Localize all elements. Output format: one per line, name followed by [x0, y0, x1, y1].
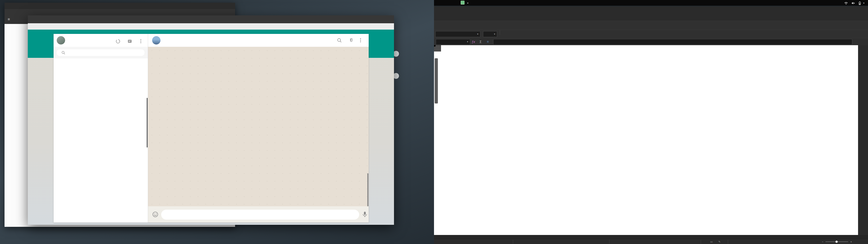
- search-icon[interactable]: [337, 38, 342, 43]
- name-box[interactable]: ▼: [436, 39, 470, 45]
- zoom-out-button[interactable]: −: [822, 239, 824, 244]
- new-chat-icon[interactable]: [127, 39, 132, 44]
- function-wizard-icon[interactable]: ƒx: [471, 39, 476, 44]
- status-bar: ▭ ✎ − +: [434, 239, 868, 244]
- libreoffice-window: ▼ ▼ ▼ ƒx Σ =: [434, 6, 868, 244]
- chevron-down-icon: ▼: [467, 2, 469, 4]
- attach-icon[interactable]: [349, 38, 354, 43]
- conversation-header[interactable]: [148, 34, 369, 47]
- search-section: [54, 47, 148, 58]
- chevron-down-icon: ▼: [477, 31, 479, 37]
- whatsapp-menubar: [28, 23, 394, 30]
- conversation-wallpaper: [148, 47, 369, 206]
- zoom-in-button[interactable]: +: [850, 239, 852, 244]
- spreadsheet-grid: [434, 45, 858, 235]
- sum-icon[interactable]: Σ: [478, 39, 483, 44]
- chevron-down-icon: ▼: [863, 2, 865, 4]
- emoji-icon[interactable]: [152, 211, 158, 218]
- whatsapp-panel: [54, 34, 369, 222]
- wifi-icon: [844, 2, 848, 5]
- battery-icon: [858, 1, 861, 5]
- zoom-slider[interactable]: [826, 242, 848, 242]
- chat-list-header: [54, 34, 148, 47]
- chat-list: [54, 58, 148, 222]
- fill-handle[interactable]: [434, 45, 435, 47]
- status-icon[interactable]: [116, 39, 121, 44]
- formula-input[interactable]: [493, 39, 852, 45]
- signature-icon[interactable]: ✎: [718, 239, 721, 244]
- chat-list-scrollbar[interactable]: [147, 98, 148, 148]
- menu-icon[interactable]: ≡: [8, 17, 10, 22]
- conversation-pane: [148, 34, 369, 222]
- search-input[interactable]: [56, 49, 145, 56]
- standard-toolbar: [434, 21, 868, 30]
- message-input-bar: [148, 206, 369, 222]
- menu-kebab-icon[interactable]: [360, 37, 361, 43]
- system-tray[interactable]: ▼: [842, 0, 865, 6]
- chevron-down-icon: ▼: [494, 31, 496, 37]
- equals-icon[interactable]: =: [485, 39, 491, 44]
- mic-icon[interactable]: [362, 211, 368, 218]
- volume-muted-icon: [851, 2, 855, 5]
- avatar[interactable]: [57, 36, 65, 44]
- libreoffice-titlebar[interactable]: [434, 6, 868, 14]
- sheet-tab-bar: [434, 235, 868, 239]
- formula-bar: ▼ ƒx Σ =: [434, 38, 868, 45]
- desktop: ≡: [0, 0, 868, 244]
- chevron-down-icon: ▼: [467, 39, 469, 44]
- whatsapp-titlebar[interactable]: [28, 16, 394, 23]
- turtl-titlebar[interactable]: [4, 3, 235, 9]
- libreoffice-calc-icon: [461, 1, 465, 4]
- group-avatar[interactable]: [152, 36, 160, 44]
- insert-mode-icon[interactable]: ▭: [710, 239, 713, 244]
- gnome-top-bar: ▼ ▼: [434, 0, 868, 6]
- libreoffice-menubar: [434, 14, 868, 21]
- formatting-toolbar: ▼ ▼: [434, 30, 868, 38]
- focused-app-menu[interactable]: ▼: [461, 0, 469, 6]
- whatsapp-window: [28, 16, 394, 225]
- message-input[interactable]: [161, 210, 359, 220]
- font-name-select[interactable]: ▼: [435, 31, 480, 37]
- chat-list-pane: [54, 34, 148, 222]
- search-icon: [61, 51, 65, 55]
- menu-kebab-icon[interactable]: [141, 38, 141, 44]
- font-size-select[interactable]: ▼: [483, 31, 497, 37]
